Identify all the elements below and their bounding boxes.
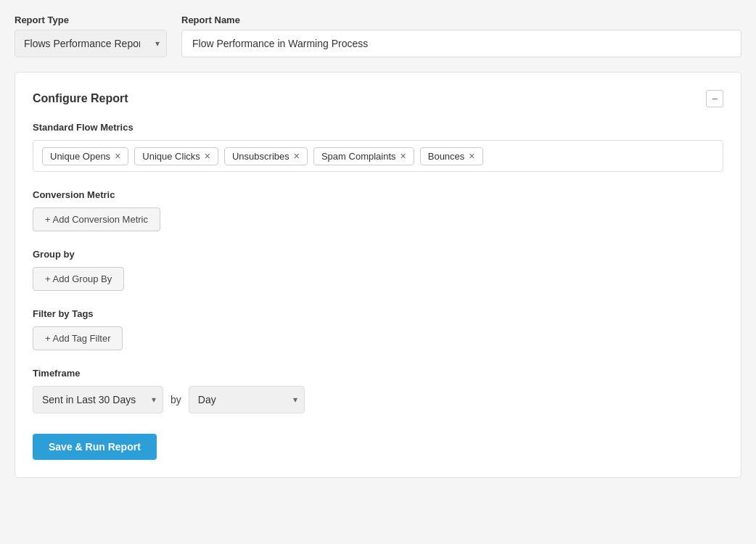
- metric-tag-label: Spam Complaints: [321, 151, 396, 162]
- report-type-group: Report Type Flows Performance Report Cam…: [15, 15, 167, 57]
- report-name-input[interactable]: [181, 30, 741, 57]
- collapse-button[interactable]: −: [706, 90, 723, 107]
- remove-unique-clicks-button[interactable]: ×: [205, 151, 210, 161]
- group-by-label: Group by: [33, 249, 723, 260]
- add-group-by-button[interactable]: + Add Group By: [33, 267, 124, 291]
- metrics-container: Unique Opens × Unique Clicks × Unsubscri…: [33, 140, 723, 172]
- timeframe-row: Sent in Last 30 Days Sent in Last 7 Days…: [33, 386, 723, 413]
- form-row-top: Report Type Flows Performance Report Cam…: [15, 15, 741, 57]
- group-by-section: Group by + Add Group By: [33, 249, 723, 291]
- metric-tag-label: Unique Clicks: [142, 151, 200, 162]
- timeframe-by-label: by: [170, 394, 181, 405]
- metric-tag-label: Unique Opens: [50, 151, 110, 162]
- card-title: Configure Report: [33, 92, 128, 105]
- report-type-select[interactable]: Flows Performance Report Campaign Perfor…: [15, 30, 167, 57]
- add-tag-filter-button[interactable]: + Add Tag Filter: [33, 326, 123, 350]
- remove-unique-opens-button[interactable]: ×: [115, 151, 120, 161]
- report-type-select-wrapper: Flows Performance Report Campaign Perfor…: [15, 30, 167, 57]
- collapse-icon: −: [712, 93, 718, 104]
- timeframe-granularity-wrapper: Day Week Month ▾: [189, 386, 305, 413]
- remove-unsubscribes-button[interactable]: ×: [294, 151, 300, 161]
- conversion-metric-section: Conversion Metric + Add Conversion Metri…: [33, 189, 723, 231]
- remove-bounces-button[interactable]: ×: [469, 151, 474, 161]
- page-wrapper: Report Type Flows Performance Report Cam…: [15, 15, 741, 478]
- timeframe-label: Timeframe: [33, 368, 723, 379]
- filter-by-tags-label: Filter by Tags: [33, 308, 723, 319]
- remove-spam-complaints-button[interactable]: ×: [400, 151, 406, 161]
- report-type-label: Report Type: [15, 15, 167, 25]
- metric-tag-spam-complaints: Spam Complaints ×: [313, 147, 414, 165]
- metric-tag-label: Bounces: [428, 151, 465, 162]
- timeframe-granularity-select[interactable]: Day Week Month: [189, 386, 305, 413]
- metric-tag-bounces: Bounces ×: [420, 147, 483, 165]
- standard-flow-metrics-label: Standard Flow Metrics: [33, 122, 723, 133]
- add-conversion-metric-button[interactable]: + Add Conversion Metric: [33, 207, 160, 231]
- report-name-label: Report Name: [181, 15, 741, 25]
- metric-tag-label: Unsubscribes: [232, 151, 289, 162]
- card-header: Configure Report −: [33, 90, 723, 107]
- timeframe-section: Timeframe Sent in Last 30 Days Sent in L…: [33, 368, 723, 413]
- report-name-group: Report Name: [181, 15, 741, 57]
- metric-tag-unsubscribes: Unsubscribes ×: [224, 147, 308, 165]
- filter-by-tags-section: Filter by Tags + Add Tag Filter: [33, 308, 723, 350]
- configure-report-card: Configure Report − Standard Flow Metrics…: [15, 72, 741, 478]
- save-run-report-button[interactable]: Save & Run Report: [33, 434, 157, 460]
- timeframe-period-wrapper: Sent in Last 30 Days Sent in Last 7 Days…: [33, 386, 163, 413]
- standard-flow-metrics-section: Standard Flow Metrics Unique Opens × Uni…: [33, 122, 723, 172]
- conversion-metric-label: Conversion Metric: [33, 189, 723, 200]
- metric-tag-unique-opens: Unique Opens ×: [42, 147, 128, 165]
- metric-tag-unique-clicks: Unique Clicks ×: [134, 147, 218, 165]
- timeframe-period-select[interactable]: Sent in Last 30 Days Sent in Last 7 Days…: [33, 386, 163, 413]
